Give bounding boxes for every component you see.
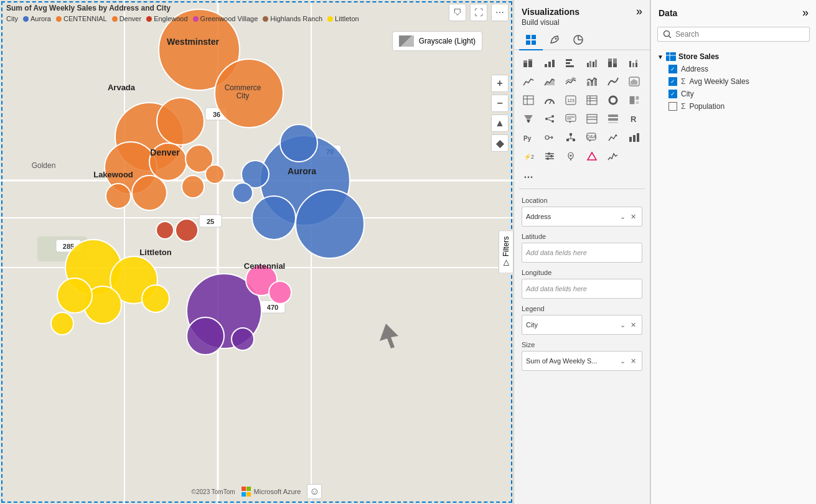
- viz-shape[interactable]: [583, 147, 601, 165]
- search-input[interactable]: [675, 30, 804, 39]
- latitude-box[interactable]: Add data fields here: [522, 243, 642, 263]
- field-population[interactable]: Σ Population: [651, 100, 816, 113]
- viz-python[interactable]: Py: [519, 129, 538, 146]
- svg-rect-132: [566, 139, 569, 141]
- field-address[interactable]: Address: [651, 63, 816, 75]
- location-box[interactable]: Address ⌄ ✕: [522, 207, 642, 226]
- viz-line-stacked[interactable]: [561, 73, 580, 90]
- viz-key-influencers[interactable]: [540, 129, 559, 146]
- viz-combo[interactable]: [583, 73, 601, 90]
- legend-item-label: Englewood: [154, 15, 187, 22]
- svg-point-127: [545, 136, 549, 139]
- collapse-icon: ▼: [657, 54, 664, 60]
- avg-weekly-sales-checkbox[interactable]: [668, 77, 677, 86]
- svg-rect-107: [635, 96, 639, 100]
- svg-marker-109: [524, 115, 533, 119]
- svg-point-35: [233, 183, 253, 203]
- legend-value: City: [526, 321, 538, 329]
- viz-smart-filter[interactable]: ⚡23: [519, 147, 538, 165]
- viz-horizontal-bar[interactable]: [561, 54, 580, 72]
- filters-tab-button[interactable]: ▽ Filters: [499, 231, 514, 274]
- location-chevron-button[interactable]: ⌄: [618, 212, 627, 222]
- viz-donut[interactable]: [604, 91, 622, 109]
- viz-gauge[interactable]: [540, 91, 559, 109]
- viz-qa[interactable]: Q&A: [583, 129, 601, 146]
- longitude-box[interactable]: Add data fields here: [522, 279, 642, 299]
- map-title: Sum of Avg Weekly Sales by Address and C…: [6, 4, 171, 12]
- location-button[interactable]: ◆: [491, 134, 509, 152]
- filter-funnel-icon: ▽: [502, 259, 510, 268]
- svg-point-64: [555, 38, 557, 40]
- viz-bar-chart-2[interactable]: [625, 129, 644, 146]
- svg-text:Arvada: Arvada: [108, 83, 136, 92]
- avg-weekly-sales-label: Avg Weekly Sales: [689, 77, 749, 86]
- viz-smart-narr[interactable]: [561, 110, 580, 128]
- zoom-in-button[interactable]: +: [491, 75, 509, 92]
- address-checkbox[interactable]: [668, 65, 677, 73]
- legend-chevron-button[interactable]: ⌄: [618, 320, 627, 330]
- viz-card[interactable]: 123: [561, 91, 580, 109]
- store-sales-header[interactable]: ▼ Store Sales: [651, 50, 816, 63]
- viz-funnel[interactable]: [519, 110, 538, 128]
- viz-kpi[interactable]: [604, 129, 622, 146]
- viz-waterfall[interactable]: [625, 54, 644, 72]
- map-area[interactable]: 36 70 25 285 470: [0, 0, 514, 504]
- viz-stacked-bar[interactable]: [519, 54, 538, 72]
- viz-ribbon[interactable]: [604, 73, 622, 90]
- data-panel-header: Data »: [651, 0, 816, 22]
- svg-rect-140: [633, 135, 635, 142]
- viz-treemap[interactable]: [625, 91, 644, 109]
- svg-point-112: [551, 115, 554, 118]
- viz-line-chart[interactable]: [519, 73, 538, 90]
- svg-text:Centennial: Centennial: [244, 261, 285, 271]
- viz-r-visual[interactable]: R: [625, 110, 644, 128]
- viz-anomaly[interactable]: [604, 147, 622, 165]
- viz-paginated[interactable]: [583, 110, 601, 128]
- viz-grouped-bar[interactable]: [583, 54, 601, 72]
- field-avg-weekly-sales[interactable]: Σ Avg Weekly Sales: [651, 75, 816, 88]
- more-options-button[interactable]: ⋯: [491, 4, 509, 21]
- filter-button[interactable]: ⛉: [449, 4, 466, 21]
- viz-multirow-card[interactable]: [604, 110, 622, 128]
- size-remove-button[interactable]: ✕: [629, 357, 638, 366]
- location-well: Location Address ⌄ ✕: [514, 193, 650, 229]
- location-value: Address: [526, 213, 551, 220]
- size-chevron-button[interactable]: ⌄: [618, 357, 627, 366]
- smiley-button[interactable]: ☺: [307, 484, 322, 499]
- data-search-box[interactable]: [657, 27, 810, 42]
- viz-matrix[interactable]: [583, 91, 601, 109]
- data-panel-expand-button[interactable]: »: [802, 6, 809, 19]
- svg-point-27: [205, 165, 224, 184]
- viz-bar-chart[interactable]: [540, 54, 559, 72]
- size-box[interactable]: Sum of Avg Weekly S... ⌄ ✕: [522, 351, 642, 371]
- legend-well-label: Legend: [522, 305, 642, 312]
- city-checkbox[interactable]: [668, 90, 677, 98]
- zoom-out-button[interactable]: −: [491, 95, 509, 112]
- viz-tab-analytics[interactable]: [566, 30, 590, 50]
- viz-tab-format[interactable]: [543, 30, 566, 50]
- compass-button[interactable]: ▲: [491, 114, 509, 132]
- viz-panel-expand-button[interactable]: »: [636, 5, 642, 18]
- focus-mode-button[interactable]: ⛶: [470, 4, 487, 21]
- viz-tab-chart[interactable]: [519, 30, 543, 50]
- viz-filled-map[interactable]: [625, 73, 644, 90]
- viz-stacked-100[interactable]: [604, 54, 622, 72]
- location-remove-button[interactable]: ✕: [629, 212, 638, 222]
- population-checkbox[interactable]: [668, 102, 677, 111]
- longitude-label: Longitude: [522, 269, 642, 276]
- svg-rect-80: [593, 62, 594, 67]
- viz-table[interactable]: [519, 91, 538, 109]
- viz-slicer-adv[interactable]: [540, 147, 559, 165]
- svg-text:Lakewood: Lakewood: [93, 170, 133, 179]
- legend-remove-button[interactable]: ✕: [629, 320, 638, 330]
- viz-area-chart[interactable]: [540, 73, 559, 90]
- viz-more-button[interactable]: …: [519, 166, 538, 184]
- viz-decomp-tree[interactable]: [540, 110, 559, 128]
- svg-rect-116: [566, 114, 576, 121]
- legend-box[interactable]: City ⌄ ✕: [522, 315, 642, 335]
- field-city[interactable]: City: [651, 88, 816, 100]
- viz-map-azure[interactable]: [561, 147, 580, 165]
- style-selector[interactable]: Grayscale (Light): [392, 31, 482, 51]
- viz-org-chart[interactable]: [561, 129, 580, 146]
- svg-marker-152: [588, 152, 596, 160]
